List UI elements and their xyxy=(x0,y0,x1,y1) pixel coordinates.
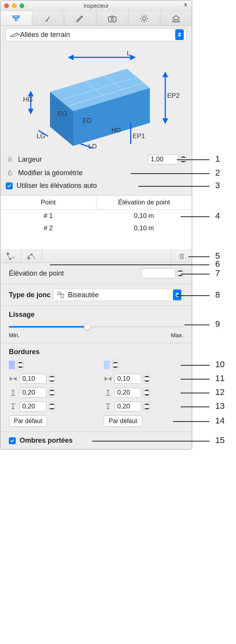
svg-rect-24 xyxy=(8,173,12,175)
width-icon xyxy=(104,376,112,381)
svg-marker-16 xyxy=(163,119,167,123)
add-point-before-button[interactable]: + xyxy=(0,250,21,263)
right-border-profile-icon xyxy=(104,361,110,369)
callout-3: 3 xyxy=(215,181,220,191)
width-label: Largeur xyxy=(18,156,144,164)
smoothing-slider[interactable] xyxy=(9,323,183,331)
smoothing-label: Lissage xyxy=(9,311,183,319)
width-input[interactable] xyxy=(148,154,179,164)
svg-point-25 xyxy=(9,258,11,260)
height-down-icon xyxy=(104,403,112,410)
bevel-icon xyxy=(57,291,65,299)
callout-4: 4 xyxy=(215,211,220,221)
width-icon xyxy=(9,376,17,381)
left-border-height-down-input[interactable] xyxy=(20,401,47,411)
callout-8: 8 xyxy=(215,290,220,300)
shadows-label: Ombres portées xyxy=(20,437,73,445)
tab-building[interactable] xyxy=(160,11,192,25)
callout-13: 13 xyxy=(215,401,224,411)
right-border-height-down-stepper[interactable] xyxy=(144,401,150,411)
svg-text:+: + xyxy=(6,252,10,257)
tab-lighting[interactable] xyxy=(128,11,160,25)
height-down-icon xyxy=(9,403,17,410)
auto-elev-checkbox[interactable] xyxy=(6,182,13,189)
callout-7: 7 xyxy=(215,268,220,278)
add-point-after-button[interactable]: + xyxy=(21,250,42,263)
slider-min-label: Min. xyxy=(9,332,20,338)
tab-edit[interactable] xyxy=(64,11,96,25)
left-border-width-stepper[interactable] xyxy=(49,374,55,384)
inspector-tabs xyxy=(0,11,192,26)
tab-camera[interactable] xyxy=(96,11,128,25)
height-up-icon xyxy=(104,389,112,396)
callout-12: 12 xyxy=(215,387,224,397)
right-border-height-down-input[interactable] xyxy=(115,401,141,411)
col-point[interactable]: Point xyxy=(0,196,96,209)
left-border-height-up-stepper[interactable] xyxy=(49,388,55,398)
left-border-height-down-stepper[interactable] xyxy=(49,401,55,411)
svg-rect-23 xyxy=(8,159,12,161)
point-elev-label: Élévation de point xyxy=(9,269,137,278)
callout-14: 14 xyxy=(215,416,224,426)
svg-marker-20 xyxy=(29,109,33,113)
table-row[interactable]: # 2 0,10 m xyxy=(0,222,192,234)
table-row[interactable]: # 1 0,10 m xyxy=(0,210,192,222)
callout-10: 10 xyxy=(215,360,224,370)
svg-marker-13 xyxy=(131,55,135,59)
window-titlebar: Inspecteur xyxy=(0,0,192,11)
joint-type-label: Type de jonc xyxy=(9,291,51,299)
joint-type-select[interactable]: Biseautée xyxy=(53,289,183,301)
shadows-checkbox[interactable] xyxy=(9,437,16,444)
callout-9: 9 xyxy=(215,319,220,329)
left-border-profile-select[interactable] xyxy=(17,360,23,370)
slider-max-label: Max. xyxy=(171,332,183,338)
object-type-select[interactable]: Allées de terrain xyxy=(6,28,186,41)
right-border-width-input[interactable] xyxy=(115,374,141,384)
path-icon xyxy=(10,31,20,38)
svg-rect-0 xyxy=(108,17,116,22)
points-table: Point Élévation de point # 1 0,10 m # 2 … xyxy=(0,195,192,263)
callout-1: 1 xyxy=(215,154,220,164)
select-chevrons-icon xyxy=(175,29,184,40)
unlock-icon[interactable] xyxy=(6,170,14,176)
width-row: Largeur xyxy=(0,152,192,167)
point-elev-input[interactable] xyxy=(141,268,176,278)
left-border-width-input[interactable] xyxy=(20,374,47,384)
callout-11: 11 xyxy=(215,373,224,383)
tab-dimensions[interactable] xyxy=(0,11,32,25)
right-border-height-up-stepper[interactable] xyxy=(144,388,150,398)
right-border-profile-select[interactable] xyxy=(112,360,118,370)
callout-15: 15 xyxy=(215,435,224,445)
svg-marker-12 xyxy=(69,55,73,59)
tab-materials[interactable] xyxy=(32,11,64,25)
svg-point-27 xyxy=(31,254,32,255)
callout-2: 2 xyxy=(215,168,220,178)
object-type-label: Allées de terrain xyxy=(20,31,175,39)
callout-6: 6 xyxy=(215,259,220,269)
left-border-default-button[interactable]: Par défaut xyxy=(9,415,47,427)
svg-text:+: + xyxy=(27,254,30,261)
pin-icon[interactable] xyxy=(183,3,189,9)
right-border-width-stepper[interactable] xyxy=(144,374,150,384)
unlock-icon[interactable] xyxy=(6,156,14,162)
left-border-height-up-input[interactable] xyxy=(20,388,47,398)
svg-marker-19 xyxy=(29,92,33,96)
window-title: Inspecteur xyxy=(0,3,192,9)
left-border-profile-icon xyxy=(9,361,15,369)
svg-point-2 xyxy=(142,17,146,20)
dimensions-diagram: L EP2 EP1 HG LG EG ED HD LD xyxy=(15,46,177,150)
height-up-icon xyxy=(9,389,17,396)
svg-marker-15 xyxy=(163,73,167,77)
svg-point-1 xyxy=(111,18,113,20)
col-elevation[interactable]: Élévation de point xyxy=(96,196,192,209)
right-border-height-up-input[interactable] xyxy=(115,388,141,398)
right-border-default-button[interactable]: Par défaut xyxy=(104,415,142,427)
borders-label: Bordures xyxy=(9,348,183,356)
